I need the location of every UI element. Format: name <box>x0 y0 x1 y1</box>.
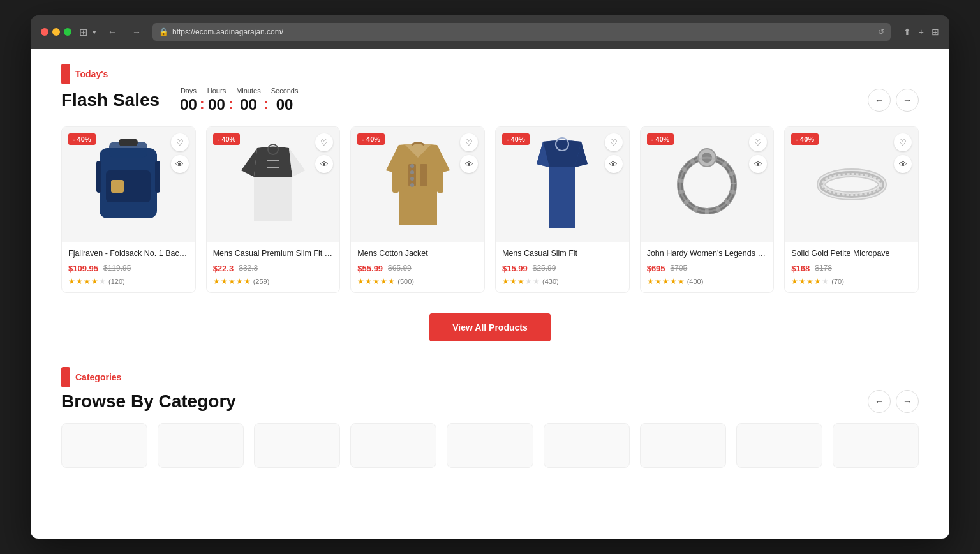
product-card: - 40% ♡ 👁 Solid Gold Petite Micropave $1… <box>784 126 919 293</box>
back-button[interactable]: ← <box>104 24 121 40</box>
maximize-button[interactable] <box>64 28 71 36</box>
categories-nav-arrows: ← → <box>868 390 919 413</box>
discount-badge: - 40% <box>647 133 674 145</box>
svg-rect-5 <box>96 161 101 193</box>
star-empty-icon: ★ <box>822 277 829 286</box>
view-all-container: View All Products <box>61 313 919 341</box>
category-card[interactable] <box>833 423 919 468</box>
star-empty-icon: ★ <box>99 277 106 286</box>
categories-title: Browse By Category <box>61 391 236 412</box>
categories-label-row: Categories <box>61 367 919 387</box>
categories-section: Categories Browse By Category ← → <box>61 367 919 468</box>
wishlist-button[interactable]: ♡ <box>749 133 767 151</box>
quickview-button[interactable]: 👁 <box>605 155 623 173</box>
wishlist-button[interactable]: ♡ <box>894 133 912 151</box>
product-info: Mens Casual Premium Slim Fit T-Shi... $2… <box>207 242 340 292</box>
minimize-button[interactable] <box>52 28 60 36</box>
categories-label-text: Categories <box>75 372 121 382</box>
star-full-icon: ★ <box>670 277 677 286</box>
category-card[interactable] <box>61 423 147 468</box>
original-price: $705 <box>671 264 688 273</box>
category-card[interactable] <box>736 423 822 468</box>
wishlist-button[interactable]: ♡ <box>605 133 623 151</box>
star-full-icon: ★ <box>647 277 654 286</box>
svg-rect-6 <box>155 161 160 193</box>
security-icon: 🔒 <box>159 27 168 36</box>
traffic-lights <box>41 28 71 36</box>
wishlist-button[interactable]: ♡ <box>315 133 333 151</box>
quickview-button[interactable]: 👁 <box>315 155 333 173</box>
sep3: : <box>264 95 269 113</box>
category-card[interactable] <box>254 423 340 468</box>
product-image-container: - 40% ♡ 👁 <box>351 127 484 242</box>
product-actions: ♡ 👁 <box>460 133 478 173</box>
share-button[interactable]: ⬆ <box>903 27 911 37</box>
grid-button[interactable]: ⊞ <box>932 27 939 37</box>
category-card[interactable] <box>544 423 630 468</box>
rating-row: ★★★★★ (500) <box>357 277 478 286</box>
countdown-seconds: Seconds 00 <box>271 87 299 114</box>
discount-badge: - 40% <box>68 133 96 145</box>
quickview-button[interactable]: 👁 <box>894 155 912 173</box>
original-price: $65.99 <box>388 264 412 273</box>
flash-nav-arrows: ← → <box>868 89 919 112</box>
quickview-button[interactable]: 👁 <box>171 155 189 173</box>
countdown: Days 00 : Hours 00 : Minutes 00 : Second… <box>180 87 298 114</box>
flash-prev-button[interactable]: ← <box>868 89 891 112</box>
sep2: : <box>228 95 234 113</box>
svg-point-14 <box>410 177 414 181</box>
star-full-icon: ★ <box>806 277 813 286</box>
browser-actions: ⬆ + ⊞ <box>903 27 939 37</box>
sale-price: $109.95 <box>68 264 98 273</box>
star-full-icon: ★ <box>791 277 798 286</box>
categories-next-button[interactable]: → <box>896 390 919 413</box>
category-card[interactable] <box>350 423 436 468</box>
discount-badge: - 40% <box>502 133 530 145</box>
category-items <box>61 423 919 468</box>
countdown-hours: Hours 00 <box>207 87 226 114</box>
product-name: Mens Cotton Jacket <box>357 248 478 260</box>
svg-rect-16 <box>392 170 399 193</box>
review-count: (430) <box>542 278 559 285</box>
category-card[interactable] <box>158 423 244 468</box>
svg-point-15 <box>410 183 414 187</box>
wishlist-button[interactable]: ♡ <box>460 133 478 151</box>
star-full-icon: ★ <box>502 277 509 286</box>
product-info: John Hardy Women's Legends Naga... $695 … <box>641 242 774 292</box>
forward-button[interactable]: → <box>128 24 145 40</box>
view-all-button[interactable]: View All Products <box>429 313 550 341</box>
original-price: $25.99 <box>533 264 556 273</box>
star-half-icon: ★ <box>814 277 821 286</box>
sale-price: $55.99 <box>357 264 383 273</box>
categories-header: Browse By Category ← → <box>61 390 919 413</box>
categories-prev-button[interactable]: ← <box>868 390 891 413</box>
svg-rect-11 <box>420 164 427 186</box>
review-count: (400) <box>687 278 704 285</box>
flash-next-button[interactable]: → <box>896 89 919 112</box>
new-tab-button[interactable]: + <box>919 27 924 37</box>
flash-header: Flash Sales Days 00 : Hours 00 : Minutes… <box>61 87 919 114</box>
category-card[interactable] <box>447 423 533 468</box>
review-count: (120) <box>108 278 125 285</box>
address-bar[interactable]: 🔒 https://ecom.aadinagarajan.com/ ↺ <box>152 23 891 41</box>
wishlist-button[interactable]: ♡ <box>171 133 189 151</box>
star-half-icon: ★ <box>91 277 98 286</box>
sep1: : <box>200 95 205 113</box>
window-controls: ⊞ ▾ <box>79 26 96 38</box>
price-row: $168 $178 <box>791 264 912 273</box>
category-card[interactable] <box>640 423 726 468</box>
product-image-container: - 40% ♡ 👁 <box>62 127 195 242</box>
price-row: $22.3 $32.3 <box>213 264 334 273</box>
quickview-button[interactable]: 👁 <box>460 155 478 173</box>
product-info: Mens Casual Slim Fit $15.99 $25.99 ★★★★★… <box>496 242 629 292</box>
star-half-icon: ★ <box>517 277 524 286</box>
quickview-button[interactable]: 👁 <box>749 155 767 173</box>
star-full-icon: ★ <box>655 277 662 286</box>
product-image-container: - 40% ♡ 👁 <box>207 127 340 242</box>
original-price: $32.3 <box>239 264 258 273</box>
close-button[interactable] <box>41 28 48 36</box>
page-content: Today's Flash Sales Days 00 : Hours 00 :… <box>31 49 949 539</box>
product-name: John Hardy Women's Legends Naga... <box>647 248 768 260</box>
svg-point-13 <box>410 170 414 174</box>
reload-icon[interactable]: ↺ <box>878 27 884 36</box>
